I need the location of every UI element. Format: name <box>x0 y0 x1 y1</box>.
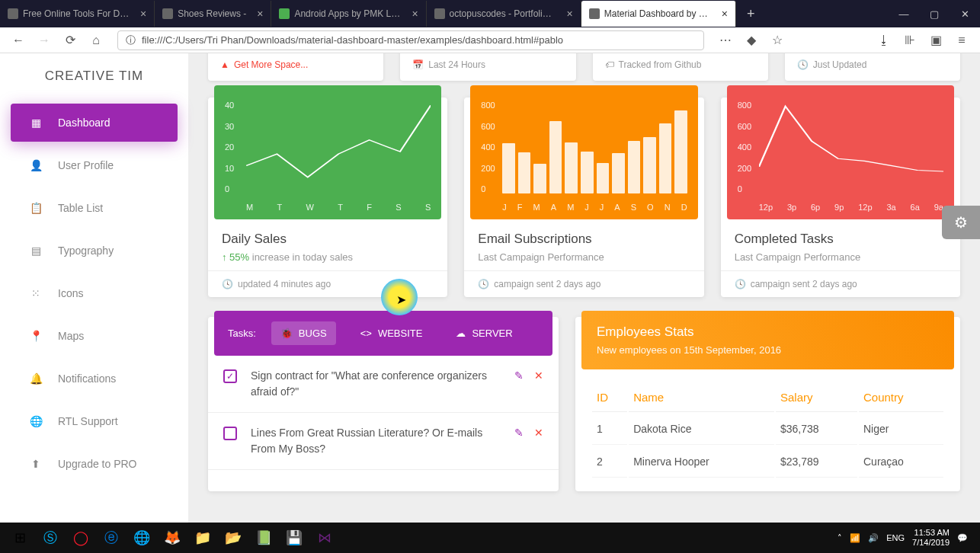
close-icon[interactable]: × <box>716 8 728 20</box>
new-tab-button[interactable]: + <box>736 6 766 22</box>
task-checkbox[interactable] <box>223 427 237 440</box>
gear-icon: ⚙ <box>954 213 968 232</box>
tab-bugs[interactable]: 🐞BUGS <box>271 321 336 345</box>
chart-footer: 🕓campaign sent 2 days ago <box>464 270 703 297</box>
windows-taskbar: ⊞ Ⓢ ◯ ⓔ 🌐 🦊 📁 📂 📗 💾 ⋈ ˄ 📶 🔊 ENG 11:53 AM… <box>0 523 980 553</box>
stat-text: Last 24 Hours <box>428 59 485 70</box>
nav-label: RTL Support <box>58 415 118 427</box>
tag-icon: 🏷 <box>605 59 614 70</box>
x-axis: JFMAMJJASOND <box>502 203 687 212</box>
tasks-header: Tasks: 🐞BUGS <>WEBSITE ☁SERVER <box>214 311 552 356</box>
visual-studio-icon[interactable]: ⋈ <box>309 523 340 553</box>
star-icon[interactable]: ☆ <box>767 30 788 51</box>
clock[interactable]: 11:53 AM7/14/2019 <box>912 528 950 548</box>
browser-tab[interactable]: Free Online Tools For Develope× <box>0 1 155 27</box>
url-bar: ← → ⟳ ⌂ ⓘfile:///C:/Users/Tri Phan/Downl… <box>0 27 980 53</box>
tab-title: octopuscodes - Portfolio | Cod <box>450 8 556 19</box>
nav-icons[interactable]: ⁙Icons <box>11 274 178 312</box>
tab-favicon <box>434 8 445 19</box>
nav-label: Table List <box>58 202 103 214</box>
nav-maps[interactable]: 📍Maps <box>11 317 178 355</box>
chart-subtitle: ↑ 55% increase in today sales <box>222 251 434 263</box>
tab-website[interactable]: <>WEBSITE <box>351 321 432 345</box>
start-button[interactable]: ⊞ <box>5 523 35 553</box>
language-indicator[interactable]: ENG <box>886 533 905 542</box>
close-button[interactable]: ✕ <box>950 0 980 27</box>
employees-subtitle: New employees on 15th September, 2016 <box>597 344 939 356</box>
explorer-icon[interactable]: 📁 <box>187 523 218 553</box>
forward-button[interactable]: → <box>34 30 55 51</box>
nav-label: Icons <box>58 287 83 299</box>
tab-favicon <box>8 8 18 19</box>
back-button[interactable]: ← <box>8 30 29 51</box>
browser-tab[interactable]: Shoes Reviews -× <box>155 1 271 27</box>
menu-icon[interactable]: ≡ <box>951 30 972 51</box>
sidebar-icon[interactable]: ▣ <box>925 30 946 51</box>
warning-icon: ▲ <box>220 59 229 70</box>
nav-profile[interactable]: 👤User Profile <box>11 146 178 184</box>
browser-tab[interactable]: octopuscodes - Portfolio | Cod× <box>427 1 581 27</box>
app-icon[interactable]: 💾 <box>279 523 309 553</box>
task-checkbox[interactable]: ✓ <box>223 369 237 383</box>
wifi-icon[interactable]: 📶 <box>850 533 860 543</box>
nav-label: Typography <box>58 245 114 257</box>
window-controls: — ▢ ✕ <box>889 0 980 27</box>
browser-tab[interactable]: Android Apps by PMK Lab on G× <box>271 1 426 27</box>
th-id: ID <box>592 383 627 412</box>
browser-tab-active[interactable]: Material Dashboard by Creativ× <box>581 1 736 27</box>
cloud-icon: ☁ <box>456 328 466 339</box>
close-icon[interactable]: × <box>134 8 146 20</box>
nav-label: Maps <box>58 330 84 342</box>
app-icon[interactable]: 📗 <box>248 523 279 553</box>
nav-label: Upgrade to PRO <box>58 458 137 470</box>
skype-icon[interactable]: Ⓢ <box>35 523 66 553</box>
stat-text[interactable]: Get More Space... <box>234 59 308 70</box>
folder-icon[interactable]: 📂 <box>218 523 248 553</box>
home-button[interactable]: ⌂ <box>85 30 107 51</box>
edit-icon[interactable]: ✎ <box>514 427 524 439</box>
notifications-icon[interactable]: 💬 <box>957 533 968 543</box>
nav-rtl[interactable]: 🌐RTL Support <box>11 402 178 440</box>
nav-label: User Profile <box>58 159 114 171</box>
email-subs-chart: 8006004002000 JFMAMJJASOND <box>470 85 697 219</box>
reload-button[interactable]: ⟳ <box>59 30 81 51</box>
minimize-button[interactable]: — <box>889 0 919 27</box>
tab-server[interactable]: ☁SERVER <box>447 321 521 345</box>
nav-notifications[interactable]: 🔔Notifications <box>11 360 178 398</box>
delete-icon[interactable]: ✕ <box>534 369 543 382</box>
nav-table[interactable]: 📋Table List <box>11 189 178 227</box>
stat-card: 🏷Tracked from Github <box>593 53 768 81</box>
close-icon[interactable]: × <box>251 8 263 20</box>
download-icon[interactable]: ⭳ <box>873 30 895 51</box>
edit-icon[interactable]: ✎ <box>514 369 524 382</box>
firefox-icon[interactable]: 🦊 <box>157 523 187 553</box>
bug-icon: 🐞 <box>280 328 293 339</box>
volume-icon[interactable]: 🔊 <box>868 533 879 543</box>
chrome-icon[interactable]: 🌐 <box>127 523 157 553</box>
nav-dashboard[interactable]: ▦Dashboard <box>11 104 178 142</box>
more-icon[interactable]: ⋯ <box>715 30 736 51</box>
y-axis: 8006004002000 <box>738 101 751 193</box>
bell-icon: 🔔 <box>27 370 44 387</box>
table-row: 1Dakota Rice$36,738Niger <box>592 414 943 445</box>
library-icon[interactable]: ⊪ <box>899 30 921 51</box>
x-axis: MTWTFSS <box>246 203 431 212</box>
close-icon[interactable]: × <box>561 8 573 20</box>
nav-upgrade[interactable]: ⬆Upgrade to PRO <box>11 445 178 483</box>
settings-button[interactable]: ⚙ <box>942 206 980 239</box>
delete-icon[interactable]: ✕ <box>534 427 543 439</box>
pocket-icon[interactable]: ◆ <box>741 30 762 51</box>
nav-typography[interactable]: ▤Typography <box>11 232 178 270</box>
th-country: Country <box>859 383 943 412</box>
calendar-icon: 📅 <box>412 59 424 70</box>
tab-title: Shoes Reviews - <box>178 8 246 19</box>
maximize-button[interactable]: ▢ <box>919 0 950 27</box>
opera-icon[interactable]: ◯ <box>66 523 96 553</box>
pin-icon: 📍 <box>27 328 44 344</box>
dashboard-icon: ▦ <box>27 114 44 131</box>
close-icon[interactable]: × <box>405 8 418 20</box>
address-bar[interactable]: ⓘfile:///C:/Users/Tri Phan/Downloads/mat… <box>117 30 704 50</box>
clipboard-icon: 📋 <box>27 200 44 216</box>
edge-icon[interactable]: ⓔ <box>96 523 127 553</box>
chevron-up-icon[interactable]: ˄ <box>837 533 842 543</box>
